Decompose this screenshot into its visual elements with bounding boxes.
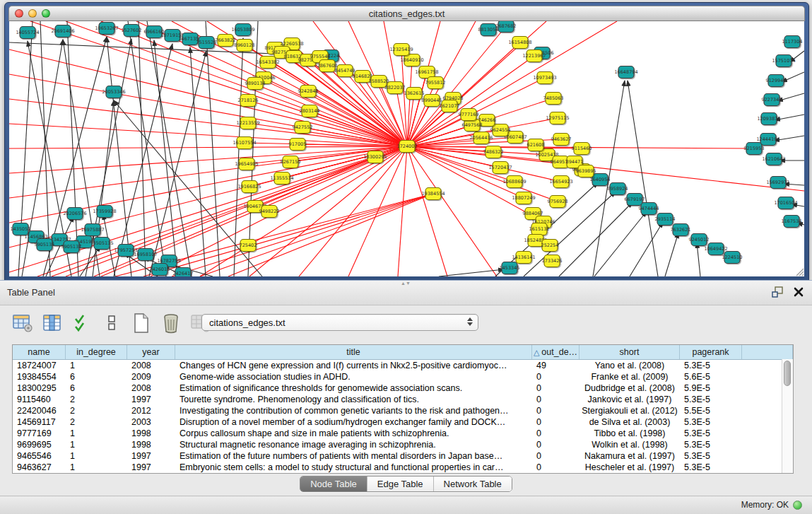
graph-node[interactable]: 1621077 (440, 100, 460, 112)
table-row[interactable]: 2242004622012Investigating the contribut… (13, 405, 793, 416)
table-cell[interactable]: 22420046 (13, 405, 66, 416)
graph-node[interactable]: 917005 (289, 139, 307, 151)
table-cell[interactable]: Corpus callosum shape and size in male p… (175, 428, 532, 439)
graph-node[interactable]: 16053809 (231, 24, 254, 36)
table-cell[interactable]: 2008 (127, 382, 175, 394)
table-row[interactable]: 977716911998Corpus callosum shape and si… (13, 428, 793, 439)
table-row[interactable]: 1456911722003Disruption of a novel membe… (13, 416, 793, 428)
table-cell[interactable]: 9777169 (13, 428, 66, 439)
table-row[interactable]: 1872400712008Changes of HCN gene express… (13, 360, 793, 371)
table-cell[interactable]: 1998 (127, 439, 175, 450)
graph-node[interactable]: 12975115 (546, 112, 569, 124)
table-cell[interactable]: 2009 (127, 371, 175, 382)
table-cell[interactable]: Embryonic stem cells: a model to study s… (175, 462, 532, 473)
graph-node[interactable]: 2718126 (238, 95, 259, 107)
graph-node[interactable]: 7955812 (425, 77, 446, 89)
column-header-pagerank[interactable]: pagerank (680, 345, 742, 359)
row-height-icon[interactable] (100, 312, 123, 334)
graph-node[interactable]: 9463627 (551, 134, 572, 146)
graph-node[interactable]: 9242848 (298, 86, 319, 98)
graph-node[interactable]: 9245012 (689, 234, 710, 246)
table-cell[interactable]: Jankovic et al. (1997) (579, 394, 680, 405)
column-header-out_de…[interactable]: △out_de… (532, 345, 579, 359)
graph-node[interactable]: 2426417 (173, 268, 194, 277)
graph-node[interactable]: 2687682 (496, 21, 517, 33)
graph-node[interactable]: 17359928 (93, 206, 116, 218)
table-row[interactable]: 946362711997Embryonic stem cells: a mode… (13, 462, 793, 473)
table-cell[interactable]: 2 (66, 405, 127, 416)
select-column-icon[interactable] (41, 312, 64, 334)
table-cell[interactable]: 9115460 (13, 394, 66, 405)
table-cell[interactable]: 1998 (127, 428, 175, 439)
table-cell[interactable]: 18724007 (13, 360, 66, 371)
table-cell[interactable]: Estimation of significance thresholds fo… (175, 382, 532, 394)
table-cell[interactable]: 2 (66, 416, 127, 428)
network-graph[interactable]: 1405572420691406106532671527602696616010… (9, 21, 804, 276)
table-cell[interactable]: 19384554 (13, 371, 66, 382)
graph-node[interactable]: 16648794 (614, 66, 637, 78)
table-scrollbar[interactable] (782, 359, 793, 473)
graph-node[interactable]: 9115460 (572, 143, 592, 155)
table-cell[interactable]: 9463627 (13, 462, 66, 473)
tab-network-table[interactable]: Network Table (434, 477, 512, 491)
table-cell[interactable]: 1 (66, 428, 127, 439)
table-row[interactable]: 1830029562008Estimation of significance … (13, 382, 793, 394)
graph-node[interactable]: 18807249 (512, 192, 535, 204)
table-cell[interactable]: 18300295 (13, 382, 66, 394)
column-header-filler[interactable] (742, 345, 793, 359)
graph-node[interactable]: 2935114 (655, 214, 676, 226)
network-canvas[interactable]: 1405572420691406106532671527602696616010… (9, 21, 804, 276)
graph-node[interactable]: 1224510 (722, 252, 743, 264)
graph-node[interactable]: 1453345 (500, 262, 520, 274)
graph-node[interactable]: 8822037 (385, 82, 406, 94)
table-cell[interactable]: 1 (66, 450, 127, 462)
graph-node[interactable]: 8958924 (608, 183, 628, 195)
graph-node[interactable]: 2426015 (150, 264, 170, 276)
graph-node[interactable]: 9777169 (459, 109, 479, 121)
graph-node[interactable]: 9756928 (548, 196, 568, 208)
table-cell[interactable]: 5.3E-5 (680, 428, 742, 439)
table-cell[interactable]: 5.3E-5 (680, 439, 742, 450)
graph-node[interactable]: 9427552 (293, 122, 313, 134)
table-cell[interactable]: 5.3E-5 (680, 394, 742, 405)
table-select-dropdown[interactable]: citations_edges.txt (201, 314, 478, 331)
table-cell[interactable]: Yano et al. (2008) (579, 360, 680, 371)
table-cell[interactable]: 5.3E-5 (680, 450, 742, 462)
column-header-name[interactable]: name (13, 345, 66, 359)
graph-hub-node[interactable]: 1724007 (397, 141, 418, 153)
table-cell[interactable]: 2012 (127, 405, 175, 416)
table-cell[interactable]: Nakamura et al. (1997) (579, 450, 680, 462)
table-cell[interactable]: 49 (532, 360, 579, 371)
graph-node[interactable]: 1527602 (122, 25, 142, 37)
graph-node[interactable]: 15692971 (766, 177, 789, 189)
table-cell[interactable]: 1997 (127, 394, 175, 405)
table-cell[interactable]: 6 (66, 382, 127, 394)
table-cell[interactable]: 0 (532, 450, 579, 462)
graph-node[interactable]: 9227343 (762, 94, 782, 106)
table-cell[interactable]: 0 (532, 439, 579, 450)
table-cell[interactable]: 1997 (127, 450, 175, 462)
graph-node[interactable]: 252254 (541, 240, 559, 252)
graph-node[interactable]: 9498222 (259, 206, 280, 218)
graph-node[interactable]: 16154808 (508, 37, 531, 49)
graph-node[interactable]: 5905137 (61, 241, 82, 253)
graph-node[interactable]: 9890134 (245, 78, 266, 90)
graph-node[interactable]: 5905135 (35, 239, 55, 251)
table-cell[interactable]: 2 (66, 394, 127, 405)
table-row[interactable]: 1938455462009Genome-wide association stu… (13, 371, 793, 382)
graph-node[interactable]: 12093872 (757, 113, 780, 125)
graph-node[interactable]: 621608 (527, 139, 545, 151)
graph-node[interactable]: 15751074 (772, 55, 795, 67)
table-cell[interactable]: Franke et al. (2009) (579, 371, 680, 382)
graph-node[interactable]: 9474444 (639, 203, 659, 215)
column-header-title[interactable]: title (175, 345, 532, 359)
graph-node[interactable]: 14136141 (512, 252, 535, 264)
table-cell[interactable]: Hescheler et al. (1997) (579, 462, 680, 473)
graph-node[interactable]: 7485063 (543, 93, 564, 105)
table-cell[interactable]: 0 (532, 382, 579, 394)
table-cell[interactable]: 0 (532, 428, 579, 439)
table-cell[interactable]: 6 (66, 371, 127, 382)
graph-node[interactable]: 9639895 (576, 165, 596, 177)
table-cell[interactable]: 5.9E-5 (680, 382, 742, 394)
select-rows-icon[interactable] (71, 312, 93, 334)
